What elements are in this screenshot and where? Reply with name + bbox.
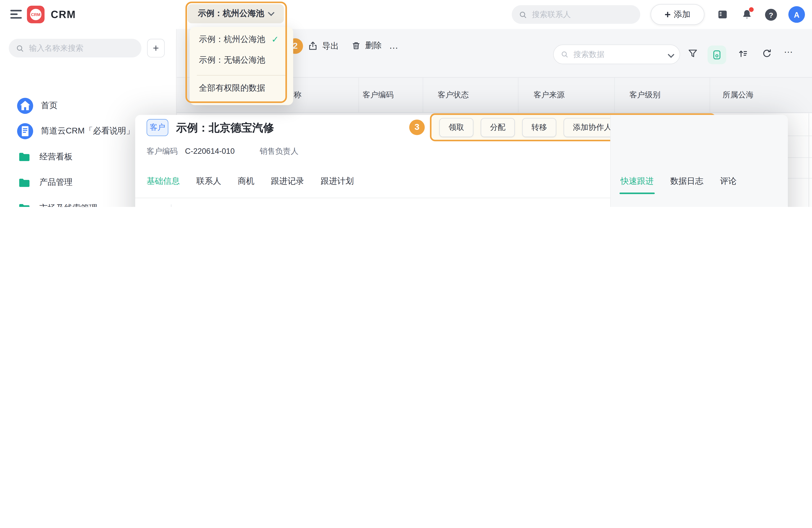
crm-app-window: 2 导出 删除 … 搜索数据 (0, 0, 812, 207)
column-header-0[interactable]: 称 (294, 90, 302, 100)
record-tab-0[interactable]: 基础信息 (147, 176, 180, 198)
view-switcher-menu: 示例：杭州公海池✓示例：无锡公海池 全部有权限的数据 (190, 27, 293, 105)
chevron-down-icon[interactable] (668, 51, 674, 58)
record-action-button-1[interactable]: 分配 (481, 118, 515, 137)
search-icon (518, 10, 528, 19)
delete-button[interactable]: 删除 (351, 40, 382, 51)
chevron-down-icon (268, 9, 274, 16)
trash-button[interactable]: 删除 (313, 206, 343, 207)
notifications-button[interactable] (741, 8, 753, 21)
column-header-3[interactable]: 客户来源 (534, 90, 565, 100)
customer-code-value: C-220614-010 (185, 147, 235, 155)
column-header-2[interactable]: 客户状态 (438, 90, 469, 100)
doc-icon (17, 123, 33, 139)
next-record-button[interactable]: › (571, 206, 584, 207)
copy-button[interactable]: 复制 (226, 206, 256, 207)
follow-tab-1[interactable]: 数据日志 (670, 176, 704, 187)
panel-icon (716, 8, 729, 21)
app-title: CRM (51, 9, 76, 21)
record-type-badge: 客户 (147, 119, 168, 136)
folder-icon (17, 175, 31, 190)
record-toolbar: 打印复制编辑删除 ‹ 1/3 › (135, 198, 610, 207)
record-action-button-0[interactable]: 领取 (439, 118, 474, 137)
top-header: CRM CRM 搜索联系人 +添加 ? A (0, 0, 812, 29)
record-tab-4[interactable]: 跟进计划 (321, 176, 353, 198)
quick-follow-panel: 快速跟进数据日志评论 请填写跟进记录 暂无跟进记录 » (610, 115, 788, 207)
detail-view-icon (711, 49, 723, 60)
help-button[interactable]: ? (765, 9, 777, 21)
prev-record-button[interactable]: ‹ (546, 206, 560, 207)
menu-item-view-0[interactable]: 示例：杭州公海池✓ (199, 34, 279, 45)
list-settings-more-button[interactable]: … (784, 44, 794, 55)
record-detail-modal: 客户 示例：北京德宝汽修 3 领取分配转移添加协作人移除协作人 × 客户编码 C… (135, 115, 788, 207)
follow-tab-2[interactable]: 评论 (720, 176, 737, 187)
search-icon (560, 50, 569, 59)
data-search-input[interactable]: 搜索数据 (553, 44, 680, 64)
record-tabs: 基础信息联系人商机跟进记录跟进计划 (147, 176, 370, 198)
add-record-button[interactable]: +添加 (651, 4, 705, 25)
view-switcher-trigger[interactable]: 示例：杭州公海池 (188, 4, 284, 23)
sidebar-item-label: 产品管理 (39, 177, 72, 188)
sidebar-item-label: 简道云CRM「必看说明」 (41, 126, 134, 137)
export-icon (307, 40, 319, 52)
user-avatar[interactable]: A (788, 6, 805, 23)
export-button[interactable]: 导出 (307, 40, 339, 52)
contact-search-input[interactable]: 搜索联系人 (512, 5, 640, 24)
record-meta: 客户编码 C-220614-010 销售负责人 (147, 147, 299, 156)
search-icon (15, 43, 25, 53)
record-action-button-2[interactable]: 转移 (522, 118, 556, 137)
column-header-1[interactable]: 客户编码 (363, 90, 394, 100)
menu-item-view-1[interactable]: 示例：无锡公海池 (199, 55, 265, 66)
filter-button[interactable] (687, 48, 699, 62)
sidebar-item-label: 市场及线索管理 (39, 202, 98, 207)
annotation-step-3: 3 (409, 120, 425, 135)
sort-button[interactable] (737, 48, 749, 62)
menu-item-all-data[interactable]: 全部有权限的数据 (199, 83, 265, 94)
column-header-5[interactable]: 所属公海 (723, 90, 754, 100)
edit-button[interactable]: 编辑 (270, 206, 300, 207)
list-more-button[interactable]: … (389, 40, 399, 51)
trash-icon (351, 40, 362, 51)
folder-icon (17, 201, 31, 207)
detail-view-toggle-button[interactable] (708, 46, 726, 64)
record-tab-1[interactable]: 联系人 (196, 176, 221, 198)
record-pager: ‹ 1/3 › (546, 206, 584, 207)
check-icon: ✓ (272, 34, 279, 45)
sidebar-search-input[interactable]: 输入名称来搜索 (9, 39, 141, 57)
crm-logo: CRM (27, 6, 45, 23)
side-panel-toggle-button[interactable] (716, 8, 729, 21)
detail-eye-button[interactable] (149, 206, 164, 207)
menu-hamburger-icon[interactable] (10, 10, 22, 18)
print-button[interactable]: 打印 (184, 206, 214, 207)
follow-tab-0[interactable]: 快速跟进 (621, 176, 654, 187)
detail-view-icon (149, 206, 160, 207)
record-tab-2[interactable]: 商机 (238, 176, 255, 198)
folder-icon (17, 150, 31, 164)
record-tab-3[interactable]: 跟进记录 (271, 176, 304, 198)
column-header-4[interactable]: 客户级别 (629, 90, 661, 100)
follow-panel-tabs: 快速跟进数据日志评论 (621, 176, 753, 187)
sidebar-item-label: 经营看板 (39, 152, 72, 163)
filter-icon (687, 48, 699, 60)
refresh-button[interactable] (761, 48, 773, 62)
home-icon (17, 98, 33, 114)
sidebar-item-label: 首页 (41, 101, 58, 111)
refresh-icon (761, 48, 773, 60)
plus-icon: + (665, 9, 671, 20)
record-title: 示例：北京德宝汽修 (176, 121, 274, 135)
sidebar-add-button[interactable]: + (147, 39, 165, 57)
notification-dot (749, 7, 754, 12)
sort-icon (737, 48, 749, 60)
